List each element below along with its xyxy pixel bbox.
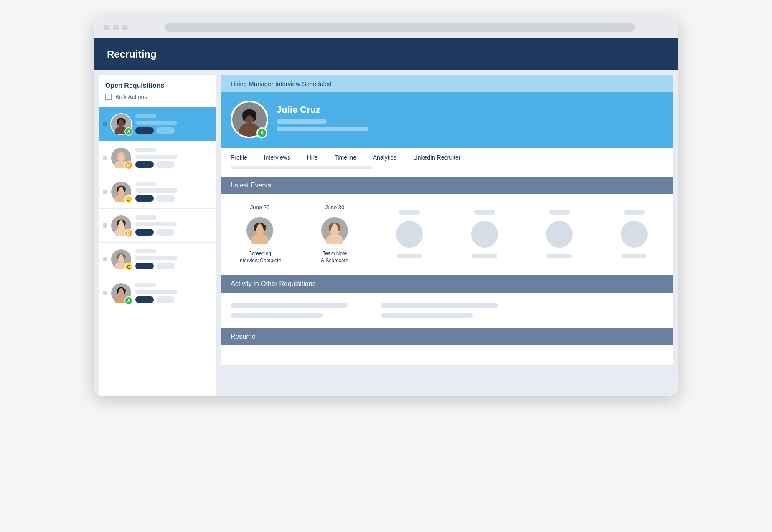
tag-pill bbox=[135, 263, 154, 269]
timeline-node[interactable]: June 30Team Note& Scorecard bbox=[305, 204, 364, 263]
placeholder-text bbox=[231, 303, 348, 308]
candidate-info bbox=[135, 148, 211, 168]
app-window: Recruiting Open Requisitions Bulk Action… bbox=[94, 17, 678, 396]
placeholder-text bbox=[381, 303, 498, 308]
timeline-node[interactable]: June 29ScreeningInterview Complete bbox=[231, 204, 289, 263]
resume-panel bbox=[221, 345, 673, 365]
candidate-avatar: B bbox=[110, 147, 132, 169]
placeholder-text bbox=[277, 127, 368, 131]
placeholder-text bbox=[381, 313, 473, 318]
candidate-avatar: A bbox=[110, 282, 132, 304]
placeholder-text bbox=[277, 119, 327, 124]
placeholder-text bbox=[135, 215, 156, 220]
tabs-bar: ProfileInterviewsHireTimelineAnalyticsLi… bbox=[221, 148, 673, 177]
window-control-minimize[interactable] bbox=[113, 25, 119, 30]
section-header-resume: Resume bbox=[221, 328, 673, 345]
row-checkbox[interactable] bbox=[103, 291, 107, 295]
tag-pill bbox=[135, 161, 154, 168]
candidate-name: Julie Cruz bbox=[277, 104, 663, 115]
tab-linkedin-recruiter[interactable]: LinkedIn Recruiter bbox=[413, 154, 461, 161]
tag-pill bbox=[156, 127, 175, 134]
candidate-info bbox=[135, 182, 211, 202]
tag-pill bbox=[156, 229, 175, 236]
tag-pill bbox=[135, 296, 154, 303]
placeholder-text bbox=[135, 188, 177, 193]
row-checkbox[interactable] bbox=[103, 190, 107, 194]
tag-pill bbox=[156, 161, 175, 168]
event-placeholder-icon bbox=[545, 220, 574, 249]
placeholder-text bbox=[472, 254, 497, 258]
placeholder-text bbox=[624, 210, 645, 215]
grade-badge: B bbox=[124, 161, 133, 170]
tab-interviews[interactable]: Interviews bbox=[264, 154, 290, 161]
placeholder-text bbox=[231, 166, 373, 169]
timeline-node[interactable] bbox=[530, 210, 589, 258]
event-avatar bbox=[320, 216, 349, 245]
event-avatar bbox=[245, 216, 274, 245]
event-placeholder-icon bbox=[395, 220, 424, 249]
grade-badge: C- bbox=[124, 195, 133, 203]
candidate-info bbox=[135, 249, 211, 269]
candidate-row[interactable]: C- bbox=[99, 175, 216, 208]
candidate-avatar: B bbox=[110, 215, 132, 236]
timeline-node[interactable] bbox=[605, 210, 663, 258]
placeholder-text bbox=[135, 182, 156, 186]
placeholder-text bbox=[547, 254, 572, 258]
candidate-info bbox=[135, 283, 211, 303]
placeholder-text bbox=[135, 114, 156, 118]
event-label: Team Note& Scorecard bbox=[321, 250, 348, 263]
placeholder-text bbox=[399, 210, 420, 215]
tab-hire[interactable]: Hire bbox=[307, 154, 318, 161]
profile-avatar: A bbox=[231, 101, 268, 138]
event-date: June 29 bbox=[250, 204, 269, 211]
tag-pill bbox=[156, 263, 175, 269]
candidate-row[interactable]: C bbox=[99, 242, 216, 276]
placeholder-text bbox=[135, 121, 177, 125]
row-checkbox[interactable] bbox=[103, 223, 107, 228]
timeline-node[interactable] bbox=[380, 210, 439, 258]
tag-pill bbox=[135, 229, 154, 236]
placeholder-text bbox=[397, 254, 422, 258]
grade-badge: A bbox=[124, 296, 133, 305]
sidebar: Open Requisitions Bulk Actions A B bbox=[99, 75, 216, 396]
row-checkbox[interactable] bbox=[103, 156, 107, 160]
event-label: ScreeningInterview Complete bbox=[239, 250, 282, 263]
placeholder-text bbox=[135, 222, 177, 226]
candidate-row[interactable]: A bbox=[99, 107, 216, 141]
url-bar[interactable] bbox=[165, 23, 635, 32]
sidebar-title: Open Requisitions bbox=[105, 82, 209, 89]
tab-profile[interactable]: Profile bbox=[231, 154, 247, 161]
placeholder-text bbox=[622, 254, 647, 258]
bulk-actions-checkbox[interactable] bbox=[105, 94, 112, 100]
grade-badge: C bbox=[124, 263, 133, 271]
window-control-close[interactable] bbox=[104, 25, 109, 30]
tab-analytics[interactable]: Analytics bbox=[373, 154, 396, 161]
candidate-avatar: A bbox=[110, 113, 132, 135]
timeline-panel: June 29ScreeningInterview CompleteJune 3… bbox=[221, 194, 673, 275]
candidate-avatar: C bbox=[110, 248, 132, 270]
event-placeholder-icon bbox=[470, 220, 499, 249]
candidate-row[interactable]: B bbox=[99, 141, 216, 175]
content-area: Open Requisitions Bulk Actions A B bbox=[94, 70, 678, 396]
row-checkbox[interactable] bbox=[103, 257, 107, 261]
placeholder-text bbox=[135, 249, 156, 253]
tab-timeline[interactable]: Timeline bbox=[334, 154, 356, 161]
placeholder-text bbox=[474, 210, 495, 215]
timeline-node[interactable] bbox=[455, 210, 514, 258]
grade-badge: A bbox=[124, 127, 133, 136]
placeholder-text bbox=[231, 313, 323, 318]
window-control-maximize[interactable] bbox=[122, 25, 128, 30]
bulk-actions-toggle[interactable]: Bulk Actions bbox=[105, 94, 209, 100]
candidate-row[interactable]: B bbox=[99, 208, 216, 242]
placeholder-text bbox=[135, 148, 156, 152]
grade-badge: B bbox=[124, 229, 133, 237]
candidate-info bbox=[135, 215, 211, 236]
browser-chrome bbox=[94, 17, 678, 38]
event-placeholder-icon bbox=[620, 220, 649, 249]
row-checkbox[interactable] bbox=[103, 122, 107, 126]
tag-pill bbox=[135, 195, 154, 202]
placeholder-text bbox=[135, 256, 177, 260]
candidate-row[interactable]: A bbox=[99, 276, 216, 310]
section-header-events: Latest Events bbox=[221, 177, 673, 194]
candidate-info bbox=[135, 114, 211, 134]
